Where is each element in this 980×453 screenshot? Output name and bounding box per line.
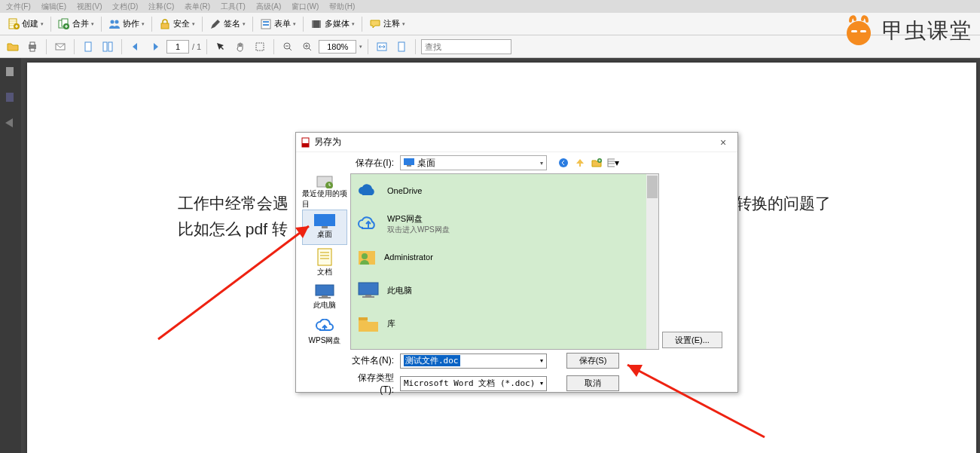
- library-icon: [357, 314, 380, 333]
- pages-panel-icon[interactable]: [4, 66, 17, 79]
- hand-icon[interactable]: [232, 38, 249, 55]
- svg-rect-41: [322, 226, 328, 228]
- zoom-in-icon[interactable]: [299, 38, 316, 55]
- settings-button[interactable]: 设置(E)...: [662, 332, 722, 348]
- list-item: WPS网盘双击进入WPS网盘: [351, 207, 658, 240]
- back-icon[interactable]: [557, 157, 569, 169]
- list-item: OneDrive: [351, 174, 658, 207]
- attachments-panel-icon[interactable]: [4, 117, 17, 130]
- place-this-pc[interactable]: 此电脑: [302, 280, 347, 314]
- svg-rect-19: [30, 48, 35, 51]
- print-icon[interactable]: [24, 38, 41, 55]
- zoom-level-input[interactable]: [319, 40, 356, 54]
- svg-rect-10: [263, 24, 269, 26]
- fit-page-icon[interactable]: [393, 38, 410, 55]
- svg-rect-48: [359, 283, 378, 295]
- multimedia-button[interactable]: 多媒体▾: [307, 17, 358, 32]
- save-button[interactable]: 保存(S): [566, 353, 619, 369]
- svg-rect-51: [359, 317, 368, 320]
- svg-rect-43: [316, 285, 334, 295]
- close-icon[interactable]: ×: [713, 136, 733, 148]
- doc-new-icon: [8, 18, 20, 30]
- save-location-combo[interactable]: 桌面 ▾: [400, 155, 547, 170]
- menu-tool[interactable]: 工具(T): [221, 2, 246, 12]
- bookmarks-panel-icon[interactable]: [4, 91, 17, 105]
- form-button[interactable]: 表单▾: [257, 17, 299, 32]
- menu-help[interactable]: 帮助(H): [329, 2, 355, 12]
- menu-edit[interactable]: 编辑(E): [41, 2, 66, 12]
- email-icon[interactable]: [52, 38, 69, 55]
- find-input[interactable]: [421, 39, 511, 54]
- svg-rect-34: [407, 165, 411, 167]
- filename-label: 文件名(N):: [349, 354, 394, 367]
- svg-rect-37: [608, 159, 615, 167]
- place-recent[interactable]: 最近使用的项目: [302, 173, 347, 210]
- film-icon: [310, 18, 322, 30]
- secure-button[interactable]: 安全▾: [156, 17, 198, 32]
- collab-button[interactable]: 协作▾: [105, 17, 148, 32]
- svg-rect-23: [108, 42, 112, 51]
- fit-width-icon[interactable]: [374, 38, 390, 55]
- sign-button[interactable]: 签名▾: [206, 17, 249, 32]
- svg-rect-30: [6, 93, 14, 102]
- prev-page-icon[interactable]: [127, 38, 144, 55]
- pointer-icon[interactable]: [212, 38, 229, 55]
- pen-icon: [209, 18, 221, 30]
- list-item: 此电脑: [351, 274, 658, 307]
- svg-point-14: [847, 21, 871, 45]
- svg-point-47: [362, 253, 368, 259]
- place-wps-disk[interactable]: WPS网盘: [302, 315, 347, 350]
- toolbar-primary: 创建▾ 合并▾ 协作▾ 安全▾ 签名▾ 表单▾ 多媒体▾ 注释▾ 甲虫课堂: [0, 13, 980, 35]
- place-documents[interactable]: 文档: [302, 245, 347, 280]
- pc-icon: [357, 281, 380, 299]
- place-desktop[interactable]: 桌面: [302, 210, 347, 245]
- svg-rect-7: [161, 23, 169, 29]
- menu-view[interactable]: 视图(V): [77, 2, 102, 12]
- merge-button[interactable]: 合并▾: [55, 17, 97, 32]
- svg-rect-22: [103, 42, 107, 51]
- menu-bar: 文件(F) 编辑(E) 视图(V) 文档(D) 注释(C) 表单(R) 工具(T…: [0, 0, 980, 13]
- filename-combo[interactable]: 测试文件.doc▾: [400, 354, 547, 369]
- up-icon[interactable]: [574, 157, 586, 169]
- svg-rect-28: [398, 42, 405, 51]
- marquee-icon[interactable]: [252, 38, 268, 55]
- merge-icon: [58, 18, 70, 30]
- page-one-icon[interactable]: [80, 38, 96, 55]
- cancel-button[interactable]: 取消: [566, 375, 619, 391]
- svg-rect-44: [322, 295, 328, 297]
- scrollbar[interactable]: [646, 174, 658, 349]
- create-button[interactable]: 创建▾: [5, 17, 47, 32]
- side-toolbar: [0, 58, 21, 453]
- filetype-combo[interactable]: Microsoft Word 文档 (*.doc)▾: [400, 376, 547, 391]
- annotate-button[interactable]: 注释▾: [366, 17, 408, 32]
- zoom-out-icon[interactable]: [279, 38, 296, 55]
- menu-window[interactable]: 窗口(W): [292, 2, 319, 12]
- svg-rect-42: [318, 249, 331, 265]
- page-total: / 1: [192, 42, 201, 51]
- menu-advanced[interactable]: 高级(A): [256, 2, 281, 12]
- list-item: 库: [351, 307, 658, 340]
- save-as-dialog: 另存为 × 保存在(I): 桌面 ▾ ▾ 最近使用的项目 桌面: [295, 132, 738, 393]
- toolbar-secondary: / 1 ▾: [0, 35, 980, 58]
- brand-text: 甲虫课堂: [882, 17, 972, 45]
- save-in-label: 保存在(I):: [349, 157, 394, 170]
- menu-file[interactable]: 文件(F): [6, 2, 31, 12]
- menu-form[interactable]: 表单(R): [185, 2, 210, 12]
- svg-rect-15: [851, 30, 857, 32]
- next-page-icon[interactable]: [147, 38, 163, 55]
- file-list[interactable]: OneDrive WPS网盘双击进入WPS网盘 Administrator 此电…: [350, 173, 659, 350]
- new-folder-icon[interactable]: [591, 157, 603, 169]
- menu-comment[interactable]: 注释(C): [148, 2, 174, 12]
- lock-icon: [159, 18, 171, 30]
- speech-icon: [369, 18, 381, 30]
- brand-logo: 甲虫课堂: [841, 13, 972, 48]
- open-icon[interactable]: [5, 38, 21, 55]
- svg-point-5: [111, 20, 114, 23]
- page-current-input[interactable]: [166, 40, 189, 54]
- page-two-icon[interactable]: [99, 38, 116, 55]
- svg-rect-18: [30, 42, 35, 45]
- people-icon: [108, 18, 121, 30]
- menu-document[interactable]: 文档(D): [112, 2, 138, 12]
- svg-rect-29: [6, 67, 14, 76]
- view-menu-icon[interactable]: ▾: [607, 157, 619, 169]
